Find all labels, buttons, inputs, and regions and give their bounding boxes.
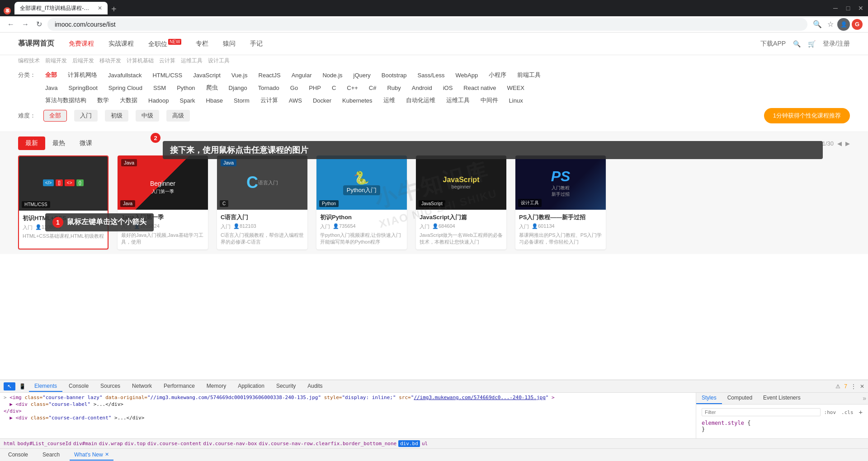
- personalize-button[interactable]: 1分钟获得个性化课程推荐: [764, 108, 850, 123]
- nav-practical[interactable]: 实战课程: [108, 40, 134, 48]
- devtools-tab-memory[interactable]: Memory: [201, 381, 231, 392]
- cat-reactjs[interactable]: ReactJS: [257, 71, 283, 80]
- cat-htmlcss[interactable]: HTML/CSS: [151, 71, 184, 80]
- styles-filter-input[interactable]: [702, 408, 821, 416]
- cat-algorithms[interactable]: 算法与数据结构: [43, 95, 88, 105]
- cat-miniprogram[interactable]: 小程序: [487, 70, 508, 80]
- course-card-html[interactable]: </> [] <> {} HTML/CSS 初识HTML+CSS 入门 �: [18, 155, 108, 249]
- tag-frontend[interactable]: 前端开发: [45, 57, 67, 65]
- cat-cpp[interactable]: C++: [345, 84, 360, 92]
- cat-springcloud[interactable]: Spring Cloud: [107, 84, 144, 92]
- cat-javafullstack[interactable]: Javafullstack: [106, 71, 143, 80]
- cat-autoops[interactable]: 自动化运维: [404, 95, 437, 105]
- active-tab[interactable]: 全部课程_IT培训精品课程-慕课网 ✕: [14, 2, 108, 14]
- tag-ops[interactable]: 运维工具: [181, 57, 203, 65]
- tag-design[interactable]: 设计工具: [208, 57, 230, 65]
- tag-database[interactable]: 计算机基础: [127, 57, 154, 65]
- nav-free-courses[interactable]: 免费课程: [69, 40, 94, 48]
- device-toggle[interactable]: 📱: [16, 382, 28, 390]
- cat-webapp[interactable]: WebApp: [453, 71, 480, 80]
- cat-opstools[interactable]: 运维工具: [444, 95, 472, 105]
- devtools-close-icon[interactable]: ✕: [860, 383, 864, 390]
- tab-micro[interactable]: 微课: [72, 136, 99, 150]
- devtools-tab-application[interactable]: Application: [232, 381, 270, 392]
- add-style-icon[interactable]: +: [859, 409, 863, 416]
- prev-page-button[interactable]: ◀: [837, 140, 842, 147]
- site-logo[interactable]: 慕课网首页: [18, 39, 54, 48]
- tab-hottest[interactable]: 最热: [45, 136, 72, 150]
- hov-toggle[interactable]: :hov: [824, 409, 836, 415]
- cat-linux[interactable]: Linux: [507, 96, 525, 105]
- inspector-toggle[interactable]: ↖: [4, 382, 15, 390]
- tab-close-button[interactable]: ✕: [98, 5, 102, 11]
- cat-tornado[interactable]: Tornado: [256, 84, 281, 92]
- back-button[interactable]: ←: [5, 19, 16, 30]
- bc-nav-row[interactable]: div.course-nav-row.clearfix.border_botto…: [259, 441, 396, 447]
- search-icon[interactable]: 🔍: [793, 40, 801, 47]
- login-register[interactable]: 登录/注册: [823, 40, 850, 48]
- diff-all[interactable]: 全部: [43, 110, 67, 122]
- bc-body[interactable]: body#List_courseId: [18, 441, 71, 447]
- cat-ops[interactable]: 运维: [382, 95, 397, 105]
- devtools-tab-console[interactable]: Console: [63, 381, 94, 392]
- diff-mid[interactable]: 中级: [136, 110, 159, 122]
- styles-tab-styles[interactable]: Styles: [696, 393, 722, 404]
- minimize-button[interactable]: ─: [832, 5, 839, 12]
- cat-docker[interactable]: Docker: [311, 96, 333, 105]
- search-button[interactable]: 🔍: [811, 18, 824, 30]
- bc-main[interactable]: div#main: [73, 441, 97, 447]
- cat-sassless[interactable]: Sass/Less: [416, 71, 447, 80]
- devtools-bottom-console[interactable]: Console: [4, 450, 33, 461]
- nav-column[interactable]: 专栏: [196, 40, 208, 48]
- next-page-button[interactable]: ▶: [845, 140, 850, 147]
- cat-nodejs[interactable]: Node.js: [321, 71, 344, 80]
- cat-jquery[interactable]: jQuery: [352, 71, 373, 80]
- cat-crawler[interactable]: 爬虫: [204, 83, 220, 93]
- cat-middleware[interactable]: 中间件: [479, 95, 500, 105]
- cat-python[interactable]: Python: [175, 84, 197, 92]
- cat-csharp[interactable]: C#: [367, 84, 378, 92]
- bc-nav-box[interactable]: div.course-nav-box: [203, 441, 257, 447]
- devtools-bottom-search[interactable]: Search: [38, 450, 64, 461]
- cat-springboot[interactable]: SpringBoot: [66, 84, 99, 92]
- cat-hadoop[interactable]: Hadoop: [146, 96, 171, 105]
- reload-button[interactable]: ↻: [34, 18, 44, 30]
- course-card-js[interactable]: JavaScript beginner JavaScript JavaScrip…: [416, 155, 506, 249]
- cat-kubernetes[interactable]: Kubernetes: [340, 96, 374, 105]
- styles-expand-icon[interactable]: »: [861, 393, 868, 404]
- tab-newest[interactable]: 最新: [18, 136, 45, 150]
- cat-bigdata[interactable]: 大数据: [118, 95, 139, 105]
- bc-ul[interactable]: ul: [422, 441, 428, 447]
- cat-all[interactable]: 全部: [43, 70, 59, 80]
- cat-java[interactable]: Java: [43, 84, 59, 92]
- cat-network[interactable]: 计算机网络: [66, 70, 99, 80]
- cat-android[interactable]: Android: [410, 84, 434, 92]
- cat-aws[interactable]: AWS: [287, 96, 304, 105]
- nav-qa[interactable]: 猿问: [223, 40, 236, 48]
- cat-frontend-tools[interactable]: 前端工具: [515, 70, 542, 80]
- cat-bootstrap[interactable]: Bootstrap: [380, 71, 409, 80]
- nav-notes[interactable]: 手记: [250, 40, 263, 48]
- close-button[interactable]: ✕: [857, 5, 864, 12]
- cat-php[interactable]: PHP: [307, 84, 323, 92]
- cat-go[interactable]: Go: [288, 84, 300, 92]
- bc-html[interactable]: html: [4, 441, 16, 447]
- course-card-c[interactable]: Java C 语言入门 C C语言入门 入门 👤812103 C语言入门视频教程…: [217, 155, 307, 249]
- cat-vuejs[interactable]: Vue.js: [230, 71, 250, 80]
- diff-intro[interactable]: 入门: [74, 110, 98, 122]
- devtools-tab-sources[interactable]: Sources: [95, 381, 126, 392]
- cat-ruby[interactable]: Ruby: [385, 84, 402, 92]
- course-card-java[interactable]: Java Beginner入门第一季 Java Java入门第一季 入门 👤10…: [118, 155, 208, 249]
- maximize-button[interactable]: □: [844, 5, 852, 12]
- tag-misc[interactable]: 编程技术: [18, 57, 40, 65]
- devtools-more-icon[interactable]: ⋮: [851, 383, 856, 390]
- course-card-python[interactable]: 🐍 Python入门 Python 初识Python 入门 👤735654 学p…: [316, 155, 407, 249]
- cat-javascript[interactable]: JavaScript: [191, 71, 222, 80]
- tag-backend[interactable]: 后端开发: [72, 57, 94, 65]
- diff-basic[interactable]: 初级: [105, 110, 128, 122]
- new-tab-button[interactable]: +: [108, 4, 120, 14]
- devtools-bottom-whatsnew[interactable]: What's New ✕: [70, 450, 113, 461]
- address-input[interactable]: [47, 18, 807, 31]
- styles-tab-computed[interactable]: Computed: [722, 393, 758, 404]
- download-app[interactable]: 下载APP: [760, 40, 786, 48]
